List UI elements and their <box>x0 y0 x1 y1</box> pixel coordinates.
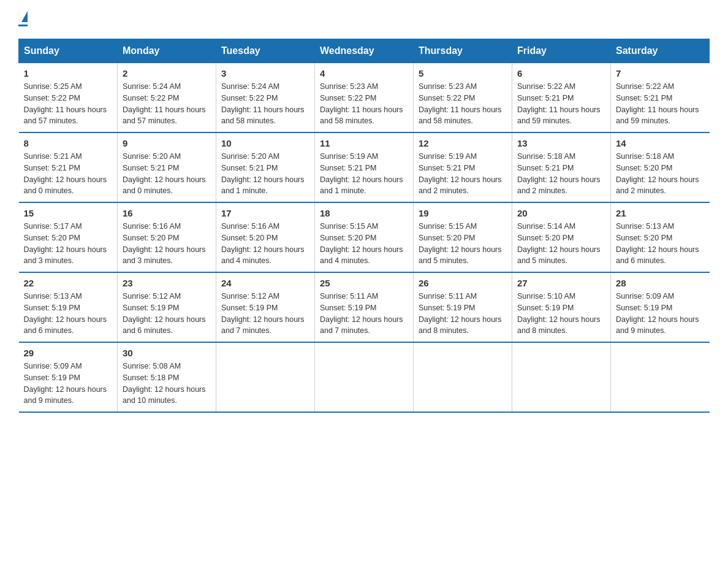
weekday-header-monday: Monday <box>118 39 216 63</box>
day-info: Sunrise: 5:08 AMSunset: 5:18 PMDaylight:… <box>123 361 211 407</box>
calendar-cell: 5 Sunrise: 5:23 AMSunset: 5:22 PMDayligh… <box>414 63 512 133</box>
day-number: 30 <box>123 348 211 358</box>
logo-triangle-icon <box>21 11 28 22</box>
day-info: Sunrise: 5:22 AMSunset: 5:21 PMDaylight:… <box>616 81 705 127</box>
calendar-cell: 23 Sunrise: 5:12 AMSunset: 5:19 PMDaylig… <box>118 272 216 342</box>
day-number: 15 <box>24 208 113 218</box>
calendar-cell: 6 Sunrise: 5:22 AMSunset: 5:21 PMDayligh… <box>512 63 611 133</box>
calendar-cell: 10 Sunrise: 5:20 AMSunset: 5:21 PMDaylig… <box>216 132 315 202</box>
day-number: 21 <box>616 208 705 218</box>
day-number: 25 <box>320 278 408 288</box>
day-info: Sunrise: 5:17 AMSunset: 5:20 PMDaylight:… <box>24 221 113 267</box>
calendar-cell: 20 Sunrise: 5:14 AMSunset: 5:20 PMDaylig… <box>512 202 611 272</box>
day-info: Sunrise: 5:12 AMSunset: 5:19 PMDaylight:… <box>123 291 211 337</box>
calendar-cell: 3 Sunrise: 5:24 AMSunset: 5:22 PMDayligh… <box>216 63 315 133</box>
calendar-cell: 12 Sunrise: 5:19 AMSunset: 5:21 PMDaylig… <box>414 132 512 202</box>
day-info: Sunrise: 5:19 AMSunset: 5:21 PMDaylight:… <box>419 151 507 197</box>
day-number: 5 <box>419 68 507 79</box>
day-number: 19 <box>419 208 507 218</box>
calendar-cell: 14 Sunrise: 5:18 AMSunset: 5:20 PMDaylig… <box>611 132 710 202</box>
day-number: 27 <box>517 278 605 288</box>
weekday-header-row: SundayMondayTuesdayWednesdayThursdayFrid… <box>19 39 710 63</box>
day-info: Sunrise: 5:25 AMSunset: 5:22 PMDaylight:… <box>24 81 113 127</box>
day-number: 29 <box>24 348 113 358</box>
day-number: 6 <box>517 68 605 79</box>
calendar-cell: 25 Sunrise: 5:11 AMSunset: 5:19 PMDaylig… <box>315 272 414 342</box>
day-info: Sunrise: 5:13 AMSunset: 5:20 PMDaylight:… <box>616 221 705 267</box>
calendar-week-row: 29 Sunrise: 5:09 AMSunset: 5:19 PMDaylig… <box>19 342 710 412</box>
day-number: 24 <box>221 278 309 288</box>
calendar-cell: 7 Sunrise: 5:22 AMSunset: 5:21 PMDayligh… <box>611 63 710 133</box>
day-number: 26 <box>419 278 507 288</box>
day-number: 1 <box>24 68 113 79</box>
weekday-header-thursday: Thursday <box>414 39 512 63</box>
day-number: 22 <box>24 278 113 288</box>
day-number: 2 <box>123 68 211 79</box>
calendar-cell: 11 Sunrise: 5:19 AMSunset: 5:21 PMDaylig… <box>315 132 414 202</box>
calendar-cell: 21 Sunrise: 5:13 AMSunset: 5:20 PMDaylig… <box>611 202 710 272</box>
day-info: Sunrise: 5:09 AMSunset: 5:19 PMDaylight:… <box>616 291 705 337</box>
day-number: 18 <box>320 208 408 218</box>
weekday-header-friday: Friday <box>512 39 611 63</box>
day-info: Sunrise: 5:19 AMSunset: 5:21 PMDaylight:… <box>320 151 408 197</box>
calendar-week-row: 8 Sunrise: 5:21 AMSunset: 5:21 PMDayligh… <box>19 132 710 202</box>
calendar-cell: 24 Sunrise: 5:12 AMSunset: 5:19 PMDaylig… <box>216 272 315 342</box>
day-info: Sunrise: 5:13 AMSunset: 5:19 PMDaylight:… <box>24 291 113 337</box>
calendar-cell: 30 Sunrise: 5:08 AMSunset: 5:18 PMDaylig… <box>118 342 216 412</box>
day-info: Sunrise: 5:10 AMSunset: 5:19 PMDaylight:… <box>517 291 605 337</box>
day-number: 12 <box>419 138 507 148</box>
day-info: Sunrise: 5:16 AMSunset: 5:20 PMDaylight:… <box>221 221 309 267</box>
calendar-cell: 2 Sunrise: 5:24 AMSunset: 5:22 PMDayligh… <box>118 63 216 133</box>
day-number: 23 <box>123 278 211 288</box>
day-info: Sunrise: 5:23 AMSunset: 5:22 PMDaylight:… <box>320 81 408 127</box>
calendar-cell <box>512 342 611 412</box>
page-header <box>18 12 710 26</box>
day-info: Sunrise: 5:09 AMSunset: 5:19 PMDaylight:… <box>24 361 113 407</box>
day-info: Sunrise: 5:23 AMSunset: 5:22 PMDaylight:… <box>419 81 507 127</box>
calendar-week-row: 15 Sunrise: 5:17 AMSunset: 5:20 PMDaylig… <box>19 202 710 272</box>
calendar-cell: 27 Sunrise: 5:10 AMSunset: 5:19 PMDaylig… <box>512 272 611 342</box>
calendar-cell: 18 Sunrise: 5:15 AMSunset: 5:20 PMDaylig… <box>315 202 414 272</box>
day-number: 16 <box>123 208 211 218</box>
day-info: Sunrise: 5:12 AMSunset: 5:19 PMDaylight:… <box>221 291 309 337</box>
logo <box>18 12 28 26</box>
day-info: Sunrise: 5:15 AMSunset: 5:20 PMDaylight:… <box>320 221 408 267</box>
day-info: Sunrise: 5:11 AMSunset: 5:19 PMDaylight:… <box>320 291 408 337</box>
weekday-header-sunday: Sunday <box>19 39 118 63</box>
calendar-cell: 22 Sunrise: 5:13 AMSunset: 5:19 PMDaylig… <box>19 272 118 342</box>
weekday-header-tuesday: Tuesday <box>216 39 315 63</box>
day-number: 28 <box>616 278 705 288</box>
day-number: 4 <box>320 68 408 79</box>
day-number: 7 <box>616 68 705 79</box>
calendar-week-row: 22 Sunrise: 5:13 AMSunset: 5:19 PMDaylig… <box>19 272 710 342</box>
day-number: 3 <box>221 68 309 79</box>
day-number: 9 <box>123 138 211 148</box>
day-info: Sunrise: 5:18 AMSunset: 5:21 PMDaylight:… <box>517 151 605 197</box>
calendar-cell <box>611 342 710 412</box>
calendar-table: SundayMondayTuesdayWednesdayThursdayFrid… <box>18 39 710 413</box>
day-info: Sunrise: 5:24 AMSunset: 5:22 PMDaylight:… <box>123 81 211 127</box>
calendar-cell: 9 Sunrise: 5:20 AMSunset: 5:21 PMDayligh… <box>118 132 216 202</box>
calendar-cell: 19 Sunrise: 5:15 AMSunset: 5:20 PMDaylig… <box>414 202 512 272</box>
logo-underline <box>18 25 28 26</box>
day-info: Sunrise: 5:21 AMSunset: 5:21 PMDaylight:… <box>24 151 113 197</box>
day-info: Sunrise: 5:22 AMSunset: 5:21 PMDaylight:… <box>517 81 605 127</box>
day-info: Sunrise: 5:15 AMSunset: 5:20 PMDaylight:… <box>419 221 507 267</box>
calendar-week-row: 1 Sunrise: 5:25 AMSunset: 5:22 PMDayligh… <box>19 63 710 133</box>
weekday-header-saturday: Saturday <box>611 39 710 63</box>
calendar-cell: 15 Sunrise: 5:17 AMSunset: 5:20 PMDaylig… <box>19 202 118 272</box>
calendar-cell: 16 Sunrise: 5:16 AMSunset: 5:20 PMDaylig… <box>118 202 216 272</box>
day-info: Sunrise: 5:14 AMSunset: 5:20 PMDaylight:… <box>517 221 605 267</box>
day-info: Sunrise: 5:24 AMSunset: 5:22 PMDaylight:… <box>221 81 309 127</box>
day-info: Sunrise: 5:20 AMSunset: 5:21 PMDaylight:… <box>123 151 211 197</box>
calendar-cell <box>216 342 315 412</box>
calendar-cell: 26 Sunrise: 5:11 AMSunset: 5:19 PMDaylig… <box>414 272 512 342</box>
calendar-cell: 17 Sunrise: 5:16 AMSunset: 5:20 PMDaylig… <box>216 202 315 272</box>
day-info: Sunrise: 5:18 AMSunset: 5:20 PMDaylight:… <box>616 151 705 197</box>
calendar-cell: 29 Sunrise: 5:09 AMSunset: 5:19 PMDaylig… <box>19 342 118 412</box>
day-info: Sunrise: 5:11 AMSunset: 5:19 PMDaylight:… <box>419 291 507 337</box>
day-info: Sunrise: 5:16 AMSunset: 5:20 PMDaylight:… <box>123 221 211 267</box>
calendar-cell <box>414 342 512 412</box>
calendar-cell: 28 Sunrise: 5:09 AMSunset: 5:19 PMDaylig… <box>611 272 710 342</box>
day-number: 13 <box>517 138 605 148</box>
